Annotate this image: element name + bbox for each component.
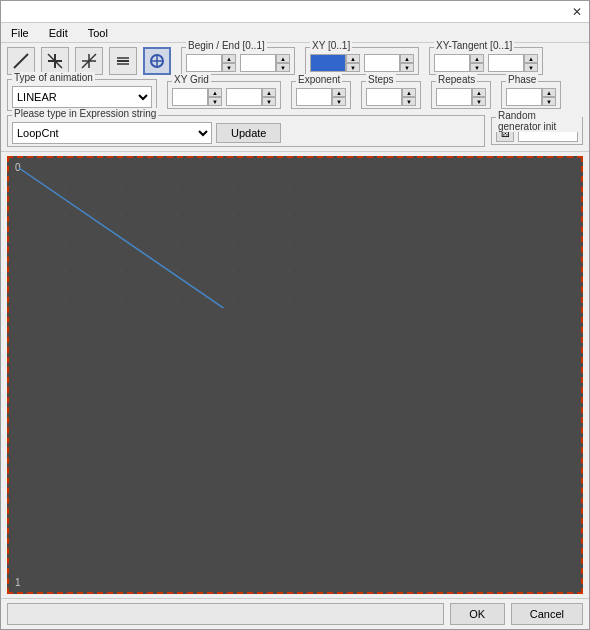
exponent-spinner: 1 ▲ ▼ <box>296 88 346 106</box>
line-tool-button[interactable] <box>7 47 35 75</box>
xy-x-down-button[interactable]: ▼ <box>346 63 360 72</box>
expression-combo[interactable]: LoopCnt <box>12 122 212 144</box>
end-value-input[interactable]: 1 <box>240 54 276 72</box>
grid-x-spinner: 20 ▲ ▼ <box>172 88 222 106</box>
random-label: Random generator init <box>496 110 582 132</box>
phase-down-button[interactable]: ▼ <box>542 97 556 106</box>
steps-down-button[interactable]: ▼ <box>402 97 416 106</box>
cross-tool-button[interactable] <box>41 47 69 75</box>
main-window: ✕ File Edit Tool <box>0 0 590 630</box>
begin-value-input[interactable]: 0 <box>186 54 222 72</box>
steps-input[interactable]: 0 <box>366 88 402 106</box>
xy-x-up-button[interactable]: ▲ <box>346 54 360 63</box>
phase-label: Phase <box>506 74 538 85</box>
begin-down-button[interactable]: ▼ <box>222 63 236 72</box>
repeats-up-button[interactable]: ▲ <box>472 88 486 97</box>
tangent-x-down-button[interactable]: ▼ <box>470 63 484 72</box>
toolbar-row2: Type of animation LINEAR SMOOTH EASE_IN … <box>7 79 583 111</box>
toolbar-row1: Begin / End [0..1] 0 ▲ ▼ 1 ▲ ▼ <box>7 47 583 75</box>
xy-tangent-section: XY-Tangent [0..1] 0 ▲ ▼ 0 ▲ ▼ <box>429 47 543 75</box>
end-up-button[interactable]: ▲ <box>276 54 290 63</box>
xy-grid-section: XY Grid 20 ▲ ▼ 20 ▲ ▼ <box>167 81 281 109</box>
steps-label: Steps <box>366 74 396 85</box>
grid-x-input[interactable]: 20 <box>172 88 208 106</box>
phase-spinner: 0 ▲ ▼ <box>506 88 556 106</box>
xy-x-input[interactable]: 0 <box>310 54 346 72</box>
svg-rect-14 <box>9 158 309 308</box>
exponent-label: Exponent <box>296 74 342 85</box>
tangent-y-input[interactable]: 0 <box>488 54 524 72</box>
steps-section: Steps 0 ▲ ▼ <box>361 81 421 109</box>
end-spinner: 1 ▲ ▼ <box>240 54 290 72</box>
xy-label: XY [0..1] <box>310 40 352 51</box>
phase-input[interactable]: 0 <box>506 88 542 106</box>
xy-section: XY [0..1] 0 ▲ ▼ 0 ▲ ▼ <box>305 47 419 75</box>
xy-y-spinner: 0 ▲ ▼ <box>364 54 414 72</box>
cancel-button[interactable]: Cancel <box>511 603 583 625</box>
repeats-label: Repeats <box>436 74 477 85</box>
canvas-area: 0 1 <box>7 156 583 594</box>
svg-line-0 <box>14 54 28 68</box>
xy-y-input[interactable]: 0 <box>364 54 400 72</box>
tangent-y-up-button[interactable]: ▲ <box>524 54 538 63</box>
active-tool-button[interactable] <box>143 47 171 75</box>
grid-y-up-button[interactable]: ▲ <box>262 88 276 97</box>
repeats-down-button[interactable]: ▼ <box>472 97 486 106</box>
exponent-up-button[interactable]: ▲ <box>332 88 346 97</box>
node-tool-button[interactable] <box>75 47 103 75</box>
animation-type-select[interactable]: LINEAR SMOOTH EASE_IN EASE_OUT <box>12 86 152 108</box>
repeats-spinner: 1 ▲ ▼ <box>436 88 486 106</box>
menu-file[interactable]: File <box>5 25 35 41</box>
canvas-svg <box>9 158 309 308</box>
end-down-button[interactable]: ▼ <box>276 63 290 72</box>
phase-section: Phase 0 ▲ ▼ <box>501 81 561 109</box>
toolbar-row3: Please type in Expression string LoopCnt… <box>7 115 583 147</box>
bottom-bar: OK Cancel <box>1 598 589 629</box>
expression-section: Please type in Expression string LoopCnt… <box>7 115 485 147</box>
animation-type-section: Type of animation LINEAR SMOOTH EASE_IN … <box>7 79 157 111</box>
repeats-section: Repeats 1 ▲ ▼ <box>431 81 491 109</box>
xy-x-spinner: 0 ▲ ▼ <box>310 54 360 72</box>
canvas-label-bottom: 1 <box>15 577 21 588</box>
tangent-x-up-button[interactable]: ▲ <box>470 54 484 63</box>
random-section: Random generator init ⚄ 29495 <box>491 117 583 145</box>
tangent-y-down-button[interactable]: ▼ <box>524 63 538 72</box>
exponent-down-button[interactable]: ▼ <box>332 97 346 106</box>
xy-y-down-button[interactable]: ▼ <box>400 63 414 72</box>
menu-edit[interactable]: Edit <box>43 25 74 41</box>
xy-tangent-label: XY-Tangent [0..1] <box>434 40 514 51</box>
xy-y-up-button[interactable]: ▲ <box>400 54 414 63</box>
exponent-input[interactable]: 1 <box>296 88 332 106</box>
animation-type-label: Type of animation <box>12 72 95 83</box>
tangent-x-input[interactable]: 0 <box>434 54 470 72</box>
expression-label: Please type in Expression string <box>12 108 158 119</box>
title-bar: ✕ <box>1 1 589 23</box>
grid-y-input[interactable]: 20 <box>226 88 262 106</box>
status-input[interactable] <box>7 603 444 625</box>
update-button[interactable]: Update <box>216 123 281 143</box>
ok-button[interactable]: OK <box>450 603 505 625</box>
repeats-input[interactable]: 1 <box>436 88 472 106</box>
grid-y-down-button[interactable]: ▼ <box>262 97 276 106</box>
begin-end-label: Begin / End [0..1] <box>186 40 267 51</box>
grid-x-up-button[interactable]: ▲ <box>208 88 222 97</box>
xy-grid-label: XY Grid <box>172 74 211 85</box>
grid-x-down-button[interactable]: ▼ <box>208 97 222 106</box>
delete-tool-button[interactable] <box>109 47 137 75</box>
steps-up-button[interactable]: ▲ <box>402 88 416 97</box>
toolbar-area: Begin / End [0..1] 0 ▲ ▼ 1 ▲ ▼ <box>1 43 589 152</box>
begin-end-section: Begin / End [0..1] 0 ▲ ▼ 1 ▲ ▼ <box>181 47 295 75</box>
menu-tool[interactable]: Tool <box>82 25 114 41</box>
close-button[interactable]: ✕ <box>569 4 585 20</box>
begin-spinner: 0 ▲ ▼ <box>186 54 236 72</box>
grid-y-spinner: 20 ▲ ▼ <box>226 88 276 106</box>
begin-up-button[interactable]: ▲ <box>222 54 236 63</box>
tangent-y-spinner: 0 ▲ ▼ <box>488 54 538 72</box>
tangent-x-spinner: 0 ▲ ▼ <box>434 54 484 72</box>
exponent-section: Exponent 1 ▲ ▼ <box>291 81 351 109</box>
steps-spinner: 0 ▲ ▼ <box>366 88 416 106</box>
phase-up-button[interactable]: ▲ <box>542 88 556 97</box>
